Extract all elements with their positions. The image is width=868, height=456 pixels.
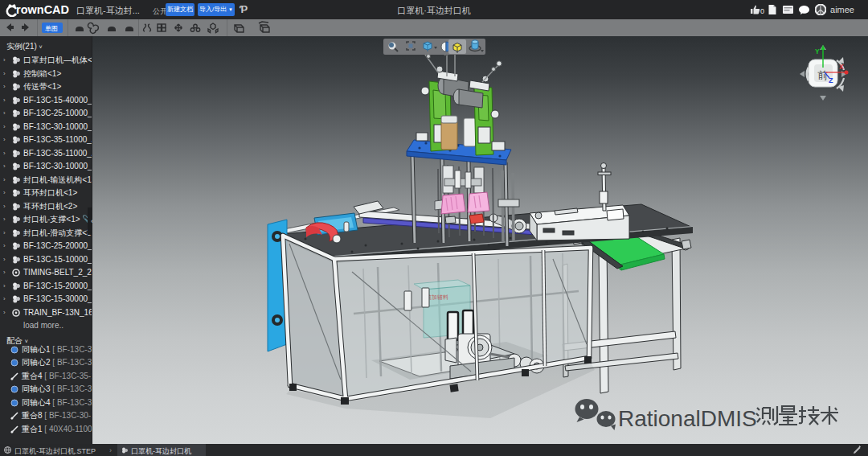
svg-text:Y: Y xyxy=(815,47,820,55)
svg-text:单图: 单图 xyxy=(45,25,58,32)
svg-text:0: 0 xyxy=(760,7,764,15)
svg-text:Z: Z xyxy=(829,76,833,84)
svg-text:RationalDMIS: RationalDMIS xyxy=(618,406,757,431)
svg-text:前: 前 xyxy=(817,69,828,81)
svg-text:X: X xyxy=(839,63,844,71)
